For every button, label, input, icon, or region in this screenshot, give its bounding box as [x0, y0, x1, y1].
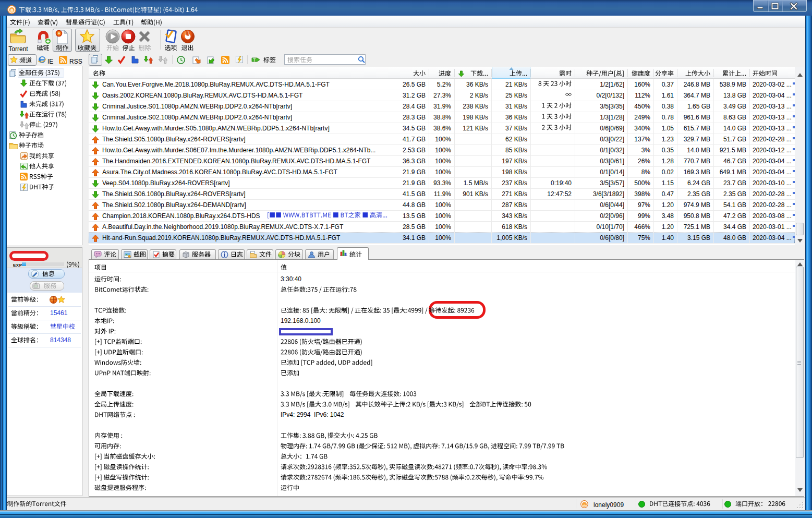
svg-text:T: T [253, 57, 256, 63]
